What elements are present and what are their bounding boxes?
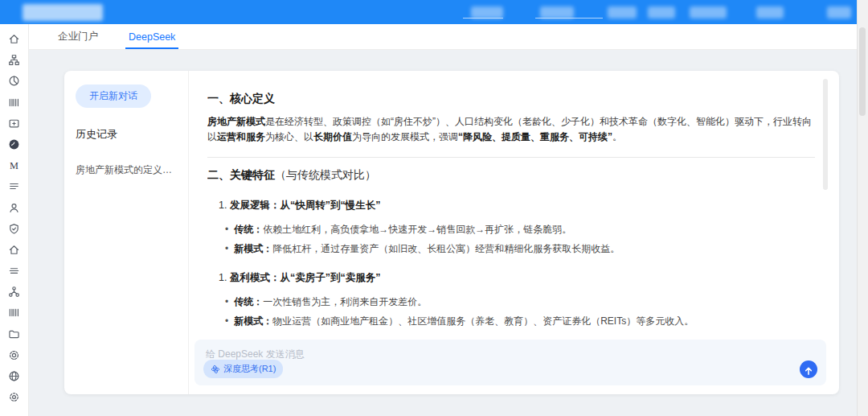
page-scrollbar[interactable]: [857, 0, 868, 416]
bullet-item: 新模式：降低杠杆，通过存量资产（如旧改、长租公寓）经营和精细化服务获取长期收益。: [225, 242, 815, 255]
nav-underline: [535, 18, 603, 19]
blurred-nav-item[interactable]: [540, 6, 574, 19]
answer-paragraph: 房地产新模式是在经济转型、政策调控（如“房住不炒”）、人口结构变化（老龄化、少子…: [207, 114, 815, 145]
section-divider: [207, 157, 815, 158]
layers-icon[interactable]: [8, 265, 20, 277]
deepseek-chat-card: 开启新对话 历史记录 房地产新模式的定义是什么 一、核心定义房地产新模式是在经济…: [64, 71, 839, 394]
message-composer: 给 DeepSeek 发送消息 深度思考(R1): [194, 340, 826, 385]
home-icon[interactable]: [8, 33, 20, 45]
barcode-icon[interactable]: [8, 97, 20, 109]
shield-icon[interactable]: [8, 223, 20, 235]
user-icon[interactable]: [8, 202, 20, 214]
page-scrollbar-thumb[interactable]: [859, 27, 866, 116]
network-icon[interactable]: [8, 286, 20, 298]
org-chart-icon[interactable]: [8, 54, 20, 66]
deep-think-label: 深度思考(R1): [223, 363, 276, 375]
pie-chart-icon[interactable]: [8, 75, 20, 87]
svg-text:M: M: [10, 160, 18, 171]
bullet-item: 新模式：物业运营（如商业地产租金）、社区增值服务（养老、教育）、资产证券化（RE…: [225, 315, 815, 327]
blurred-nav-item[interactable]: [690, 6, 727, 19]
chat-scrollbar[interactable]: [823, 79, 828, 190]
left-icon-rail: M: [0, 24, 29, 416]
blurred-nav-item[interactable]: [756, 6, 784, 19]
media-folder-icon[interactable]: [8, 117, 20, 130]
answer-content: 一、核心定义房地产新模式是在经济转型、政策调控（如“房住不炒”）、人口结构变化（…: [207, 71, 815, 340]
blurred-nav-item[interactable]: [471, 6, 503, 19]
tab-bar: 企业门户 DeepSeek: [29, 24, 858, 50]
arrow-up-icon: [803, 365, 814, 377]
tab-enterprise-portal[interactable]: 企业门户: [55, 24, 101, 49]
bullet-list: 传统：依赖土地红利，高负债拿地→快速开发→销售回款→再扩张，链条脆弱。新模式：降…: [225, 223, 815, 255]
logo-circle-icon[interactable]: [8, 138, 20, 150]
bullet-list: 传统：一次性销售为主，利润来自开发差价。新模式：物业运营（如商业地产租金）、社区…: [225, 295, 815, 327]
blurred-nav-item[interactable]: [648, 6, 675, 19]
bullet-item: 传统：依赖土地红利，高负债拿地→快速开发→销售回款→再扩张，链条脆弱。: [225, 223, 815, 236]
globe-icon[interactable]: [8, 370, 20, 382]
app-logo: [23, 4, 103, 21]
history-heading: 历史记录: [76, 127, 177, 142]
deep-think-icon: [211, 365, 220, 374]
conversation-panel: 开启新对话 历史记录 房地产新模式的定义是什么: [64, 71, 189, 394]
house-icon[interactable]: [8, 244, 20, 256]
deep-think-button[interactable]: 深度思考(R1): [203, 360, 283, 378]
badge-icon[interactable]: [8, 349, 20, 361]
blurred-nav-item[interactable]: [827, 6, 851, 19]
section-heading: 二、关键特征（与传统模式对比）: [207, 168, 815, 183]
top-bar: [0, 0, 868, 24]
new-chat-button[interactable]: 开启新对话: [76, 84, 151, 108]
history-list: 房地产新模式的定义是什么: [76, 163, 177, 177]
section-heading: 一、核心定义: [207, 92, 815, 106]
blurred-nav-item[interactable]: [608, 6, 637, 19]
barcode-icon[interactable]: [8, 307, 20, 319]
letter-m-icon[interactable]: M: [8, 159, 20, 171]
bullet-item: 传统：一次性销售为主，利润来自开发差价。: [225, 295, 815, 308]
gear-icon[interactable]: [8, 391, 20, 403]
nav-underline: [463, 18, 503, 19]
list-item-title: 1. 盈利模式：从“卖房子”到“卖服务”: [219, 271, 815, 285]
tab-deepseek[interactable]: DeepSeek: [125, 24, 178, 49]
chat-area: 一、核心定义房地产新模式是在经济转型、政策调控（如“房住不炒”）、人口结构变化（…: [190, 71, 839, 394]
list-item-title: 1. 发展逻辑：从“快周转”到“慢生长”: [219, 199, 815, 212]
history-item[interactable]: 房地产新模式的定义是什么: [76, 163, 177, 177]
send-button[interactable]: [800, 360, 817, 378]
list-icon[interactable]: [8, 180, 20, 192]
folder-icon[interactable]: [8, 328, 20, 340]
